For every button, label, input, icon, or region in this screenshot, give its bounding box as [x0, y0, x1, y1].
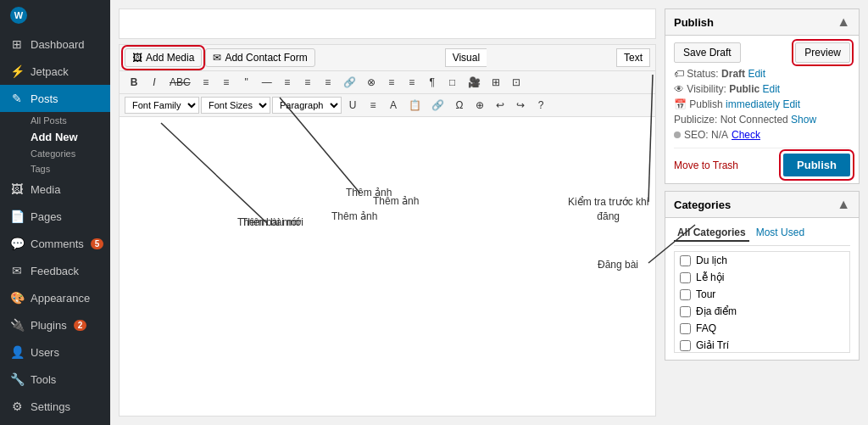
save-draft-button[interactable]: Save Draft	[674, 42, 741, 63]
post-title-input[interactable]	[119, 8, 656, 39]
spellcheck[interactable]: ≡	[403, 74, 421, 91]
paste-text[interactable]: 📋	[404, 97, 426, 114]
publish-footer: Move to Trash Publish	[674, 148, 850, 176]
cat-checkbox-faq[interactable]	[680, 323, 691, 334]
align-center[interactable]: ≡	[298, 74, 317, 91]
media-icon: 🖼	[10, 182, 24, 196]
category-item-tour: Tour	[675, 286, 849, 303]
sidebar-item-pages[interactable]: 📄 Pages	[0, 203, 110, 230]
status-edit-link[interactable]: Edit	[748, 68, 765, 80]
insert-media[interactable]: 🎥	[464, 74, 485, 91]
visual-tab[interactable]: Visual	[445, 48, 487, 67]
sidebar-item-label: Tools	[31, 373, 56, 386]
distraction-free[interactable]: ⊡	[507, 74, 526, 91]
fullscreen[interactable]: ¶	[423, 74, 442, 91]
insert-link2[interactable]: 🔗	[427, 97, 448, 114]
sidebar-item-jetpack[interactable]: ⚡ Jetpack	[0, 58, 110, 85]
editor-body[interactable]: Thêm ảnh	[119, 116, 656, 417]
underline-button[interactable]: U	[343, 97, 362, 114]
move-trash-link[interactable]: Move to Trash	[674, 159, 738, 171]
indent[interactable]: ⊕	[470, 97, 489, 114]
cat-checkbox-lehoi[interactable]	[680, 272, 691, 283]
sidebar-item-all-posts[interactable]: All Posts	[0, 112, 110, 127]
settings-icon: ⚙	[10, 400, 24, 413]
category-item-faq: FAQ	[675, 320, 849, 337]
sidebar-item-tools[interactable]: 🔧 Tools	[0, 366, 110, 393]
cat-checkbox-giaiari[interactable]	[680, 340, 691, 351]
sidebar-item-posts[interactable]: ✎ Posts	[0, 85, 110, 112]
sidebar-item-tags[interactable]: Tags	[0, 160, 110, 176]
publicize-row: Publicize: Not Connected Show	[674, 114, 850, 126]
justify-button[interactable]: ≡	[364, 97, 382, 114]
help[interactable]: ?	[531, 97, 550, 114]
sidebar-item-appearance[interactable]: 🎨 Appearance	[0, 284, 110, 311]
special-chars[interactable]: Ω	[450, 97, 469, 114]
insert-more[interactable]: ≡	[382, 74, 401, 91]
remove-link[interactable]: ⊗	[362, 74, 381, 91]
sidebar-item-label: Jetpack	[31, 65, 69, 78]
pages-icon: 📄	[10, 210, 24, 223]
add-media-label: Add Media	[146, 52, 194, 64]
sidebar-item-label: Posts	[31, 92, 58, 105]
publish-time-link[interactable]: immediately	[726, 98, 780, 110]
sidebar-logo: W	[0, 0, 110, 31]
visibility-edit-link[interactable]: Edit	[763, 83, 781, 95]
sidebar-item-add-new[interactable]: Add New	[0, 127, 110, 145]
insert-wp-more[interactable]: ⊞	[487, 74, 505, 91]
seo-check-link[interactable]: Check	[732, 129, 760, 141]
sidebar-item-comments[interactable]: 💬 Comments 5	[0, 230, 110, 257]
cat-checkbox-dulieu[interactable]	[680, 255, 691, 266]
text-color[interactable]: A	[384, 97, 403, 114]
sidebar-item-settings[interactable]: ⚙ Settings	[0, 393, 110, 420]
align-left[interactable]: ≡	[278, 74, 297, 91]
sidebar-item-categories[interactable]: Categories	[0, 145, 110, 160]
visibility-row: 👁 Visibility: Public Edit	[674, 83, 850, 95]
cat-checkbox-tour[interactable]	[680, 289, 691, 300]
bold-button[interactable]: B	[125, 74, 143, 91]
sidebar-item-users[interactable]: 👤 Users	[0, 338, 110, 366]
blockquote-button[interactable]: "	[237, 74, 256, 91]
align-right[interactable]: ≡	[319, 74, 337, 91]
content-wrap: 🖼 Add Media ✉ Add Contact Form Visual Te…	[110, 0, 868, 425]
redo[interactable]: ↪	[511, 97, 530, 114]
publish-toggle[interactable]: ▲	[837, 14, 850, 30]
undo[interactable]: ↩	[491, 97, 509, 114]
font-family-select[interactable]: Font Family	[125, 97, 199, 114]
strikethrough-button[interactable]: ABC	[165, 74, 195, 91]
add-media-button[interactable]: 🖼 Add Media	[125, 48, 202, 67]
toolbar-row3: Font Family Font Sizes Paragraph U ≡ A 📋…	[120, 94, 655, 116]
sidebar-item-dashboard[interactable]: ⊞ Dashboard	[0, 31, 110, 58]
sidebar-item-label: Comments	[31, 238, 84, 250]
categories-toggle[interactable]: ▲	[837, 197, 850, 212]
posts-icon: ✎	[10, 92, 24, 105]
sidebar-item-plugins[interactable]: 🔌 Plugins 2	[0, 311, 110, 338]
sidebar-item-media[interactable]: 🖼 Media	[0, 176, 110, 203]
sidebar: W ⊞ Dashboard ⚡ Jetpack ✎ Posts All Post…	[0, 0, 110, 425]
ul-button[interactable]: ≡	[197, 74, 215, 91]
ol-button[interactable]: ≡	[217, 74, 236, 91]
plugins-icon: 🔌	[10, 318, 24, 332]
cat-checkbox-diadiem[interactable]	[680, 306, 691, 317]
publicize-link[interactable]: Show	[791, 114, 816, 126]
tab-most-used[interactable]: Most Used	[753, 225, 808, 242]
add-media-icon: 🖼	[132, 52, 142, 64]
insert-link[interactable]: 🔗	[339, 74, 360, 91]
sidebar-item-feedback[interactable]: ✉ Feedback	[0, 257, 110, 284]
right-sidebar: Publish ▲ Save Draft Preview 🏷 Status: D…	[665, 8, 860, 417]
tab-all-categories[interactable]: All Categories	[674, 225, 749, 242]
toolbar-top-row: 🖼 Add Media ✉ Add Contact Form Visual Te…	[120, 45, 655, 71]
publish-time-edit[interactable]: Edit	[782, 98, 800, 110]
font-size-select[interactable]: Font Sizes	[201, 97, 270, 114]
categories-title: Categories	[674, 199, 731, 211]
italic-button[interactable]: I	[145, 74, 164, 91]
category-tabs: All Categories Most Used	[674, 225, 850, 246]
hr-button[interactable]: —	[258, 74, 276, 91]
preview-button[interactable]: Preview	[795, 42, 850, 63]
add-contact-form-button[interactable]: ✉ Add Contact Form	[205, 48, 314, 67]
publish-meta-box: Publish ▲ Save Draft Preview 🏷 Status: D…	[665, 8, 860, 184]
publish-button[interactable]: Publish	[783, 154, 850, 176]
text-tab[interactable]: Text	[616, 48, 650, 67]
toggle-toolbar[interactable]: □	[443, 74, 462, 91]
publish-box-header: Publish ▲	[665, 9, 859, 36]
paragraph-select[interactable]: Paragraph	[272, 97, 342, 114]
